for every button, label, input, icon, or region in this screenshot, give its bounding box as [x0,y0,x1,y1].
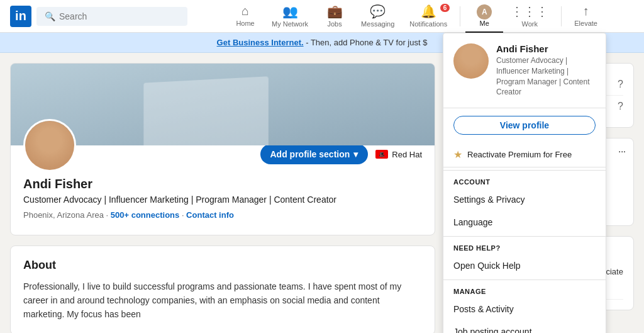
search-input[interactable] [59,11,179,21]
nav-home[interactable]: ⌂ Home [226,0,264,33]
dropdown-user-info: Andi Fisher Customer Advocacy | Influenc… [496,43,596,98]
nav-work[interactable]: ⋮⋮⋮ Work [503,0,556,33]
nav-jobs-label: Jobs [327,20,341,28]
search-icon: 🔍 [45,11,55,21]
nav-notifications-label: Notifications [409,20,447,28]
redhat-icon: 🎩 [375,150,388,159]
nav-items: ⌂ Home 👥 My Network 💼 Jobs 💬 Messaging 🔔… [197,0,634,33]
dropdown-divider-3 [443,279,606,280]
nav-me-label: Me [480,20,489,27]
banner-link[interactable]: Get Business Internet. [217,38,304,47]
dropdown-divider-2 [443,236,606,237]
nav-notifications[interactable]: 🔔 6 Notifications [402,0,455,33]
dropdown-posts-activity[interactable]: Posts & Activity [443,298,606,320]
dropdown-premium[interactable]: ★ Reactivate Premium for Free [443,142,606,167]
me-dropdown-menu: Andi Fisher Customer Advocacy | Influenc… [443,33,606,333]
linkedin-logo[interactable]: in [10,6,31,27]
nav-messaging-label: Messaging [361,20,394,28]
nav-work-label: Work [522,20,538,28]
banner-suffix: - Then, add Phone & TV for just $ [306,38,427,47]
dropdown-language[interactable]: Language [443,211,606,234]
help-icon-url[interactable]: ? [618,79,623,90]
network-icon: 👥 [282,4,298,19]
dropdown-user-section: Andi Fisher Customer Advocacy | Influenc… [443,33,606,108]
elevate-icon: ↑ [583,4,589,18]
nav-network[interactable]: 👥 My Network [264,0,316,33]
location-text: Phoenix, Arizona Area [23,210,104,220]
about-title: About [23,259,422,272]
dropdown-quick-help[interactable]: Open Quick Help [443,254,606,277]
work-icon: ⋮⋮⋮ [511,4,548,19]
messaging-icon: 💬 [370,4,386,19]
view-profile-link[interactable]: View profile [453,116,596,135]
add-section-chevron: ▾ [353,149,358,159]
dropdown-manage-header: MANAGE [443,283,606,298]
about-card: About Professionally, I live to build su… [10,246,435,333]
jobs-icon: 💼 [327,4,343,19]
contact-info-link[interactable]: Contact info [186,210,234,220]
notifications-badge: 6 [440,4,450,12]
connections-link[interactable]: 500+ connections [111,210,179,220]
profile-name: Andi Fisher [23,177,422,191]
ad-more-icon[interactable]: ··· [618,146,626,156]
nav-jobs[interactable]: 💼 Jobs [316,0,353,33]
home-icon: ⌂ [242,4,249,18]
navbar: in 🔍 ⌂ Home 👥 My Network 💼 Jobs 💬 Messag… [0,0,644,33]
profile-avatar-wrap [23,119,76,172]
help-icon-language[interactable]: ? [618,101,623,112]
add-profile-section-button[interactable]: Add profile section ▾ [260,144,369,164]
dropdown-avatar [453,43,489,79]
nav-divider [460,6,460,26]
nav-elevate-label: Elevate [574,20,597,27]
nav-elevate[interactable]: ↑ Elevate [567,0,605,33]
notifications-icon: 🔔 [421,4,436,19]
dropdown-need-help-header: NEED HELP? [443,239,606,254]
dropdown-user-headline: Customer Advocacy | Influencer Marketing… [496,55,596,98]
nav-home-label: Home [236,20,254,27]
premium-icon: ★ [453,149,462,161]
nav-network-label: My Network [272,20,308,28]
search-bar[interactable]: 🔍 [36,7,187,26]
redhat-label: Red Hat [392,150,422,159]
profile-info: Andi Fisher Customer Advocacy | Influenc… [11,172,435,235]
redhat-badge: 🎩 Red Hat [375,150,422,159]
about-text: Professionally, I live to build successf… [23,279,422,322]
add-section-label: Add profile section [270,149,350,159]
dropdown-premium-label: Reactivate Premium for Free [467,150,572,159]
profile-location: Phoenix, Arizona Area · 500+ connections… [23,210,422,220]
dropdown-settings[interactable]: Settings & Privacy [443,188,606,211]
me-avatar: A [477,4,492,20]
profile-section: Add profile section ▾ 🎩 Red Hat Andi Fis… [10,63,435,333]
profile-avatar [23,119,76,172]
dropdown-account-header: ACCOUNT [443,173,606,188]
nav-me[interactable]: A Me [465,0,503,33]
location-dot: · [106,210,111,220]
dropdown-job-posting[interactable]: Job posting account [443,320,606,333]
profile-card: Add profile section ▾ 🎩 Red Hat Andi Fis… [10,63,435,235]
profile-headline: Customer Advocacy | Influencer Marketing… [23,194,422,206]
nav-messaging[interactable]: 💬 Messaging [353,0,402,33]
dropdown-divider-1 [443,170,606,171]
nav-divider-2 [561,6,562,26]
dropdown-user-name: Andi Fisher [496,43,596,54]
